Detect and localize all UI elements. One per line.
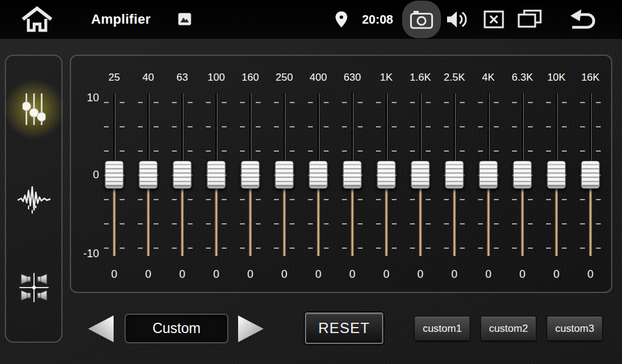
camera-button[interactable]	[402, 1, 441, 38]
slider-thumb[interactable]	[377, 161, 396, 189]
slider-tick	[358, 102, 363, 103]
slider-tick	[596, 126, 601, 127]
slider-tick	[376, 199, 381, 200]
gallery-indicator[interactable]	[178, 13, 191, 25]
slider-tick	[104, 150, 109, 152]
custom1-button[interactable]: custom1	[414, 316, 470, 341]
slider-thumb[interactable]	[581, 161, 600, 189]
slider-thumb[interactable]	[513, 161, 532, 189]
slider-tick	[104, 248, 109, 249]
slider-tick	[426, 126, 431, 127]
slider-tick	[274, 223, 279, 224]
sidebar-item-waveform[interactable]	[6, 180, 61, 219]
slider-tick	[342, 248, 347, 249]
slider-tick	[308, 248, 313, 249]
slider-tick	[392, 126, 397, 127]
slider-tick	[444, 248, 449, 249]
slider-tick	[240, 199, 245, 200]
slider-tick	[410, 150, 415, 152]
slider-tick	[562, 150, 567, 152]
slider-thumb[interactable]	[547, 161, 566, 189]
home-button[interactable]	[22, 6, 52, 33]
slider-thumb[interactable]	[275, 161, 294, 189]
reset-button[interactable]: RESET	[305, 312, 383, 344]
slider-tick	[444, 126, 449, 127]
slider-thumb[interactable]	[445, 161, 464, 189]
slider-tick	[324, 199, 329, 200]
next-preset-button[interactable]	[238, 315, 264, 342]
band-value: 0	[369, 268, 403, 281]
slider-tick	[240, 150, 245, 152]
eq-bands: 250400630100016002500400063001K01.6K02.5…	[97, 56, 607, 292]
slider-thumb[interactable]	[241, 161, 260, 189]
band-value: 0	[267, 268, 301, 281]
slider-tick	[206, 199, 211, 200]
slider-tick	[528, 223, 533, 224]
slider-tick	[562, 199, 567, 200]
preset-selector[interactable]: Custom	[125, 314, 228, 343]
slider-tick	[494, 150, 499, 152]
custom2-button[interactable]: custom2	[480, 316, 536, 341]
slider-tick	[358, 199, 363, 200]
slider-tick	[444, 223, 449, 224]
slider-tick	[342, 126, 347, 127]
close-window-button[interactable]	[484, 10, 504, 29]
slider-tick	[426, 199, 431, 200]
clock: 20:08	[362, 0, 393, 39]
scale-label-max: 10	[75, 92, 99, 104]
eq-band-100: 1000	[199, 56, 233, 292]
slider-thumb[interactable]	[105, 161, 124, 189]
slider-tick	[546, 199, 551, 200]
band-value: 0	[335, 268, 369, 281]
slider-tick	[290, 199, 295, 200]
slider-tick	[528, 248, 533, 249]
custom3-button[interactable]: custom3	[547, 316, 603, 341]
band-slider	[505, 93, 539, 256]
slider-thumb[interactable]	[343, 161, 362, 189]
recent-apps-icon	[518, 9, 542, 29]
slider-tick	[426, 248, 431, 249]
slider-tick	[596, 248, 601, 249]
band-freq-label: 100	[199, 72, 233, 84]
slider-tick	[426, 102, 431, 103]
recent-apps-button[interactable]	[518, 9, 542, 29]
slider-tick	[188, 126, 193, 127]
slider-tick	[240, 102, 245, 103]
slider-tick	[206, 223, 211, 224]
band-freq-label: 630	[335, 72, 369, 84]
slider-tick	[290, 150, 295, 152]
custom3-label: custom3	[555, 323, 594, 335]
slider-tick	[120, 248, 125, 249]
slider-tick	[308, 126, 313, 127]
sidebar-item-balance-fader[interactable]	[6, 267, 61, 308]
balance-fader-icon	[16, 270, 52, 305]
slider-tick	[460, 126, 465, 127]
slider-tick	[410, 102, 415, 103]
slider-tick	[528, 126, 533, 127]
volume-button[interactable]	[446, 9, 469, 30]
slider-thumb[interactable]	[479, 161, 498, 189]
band-freq-label: 4K	[471, 72, 505, 84]
eq-band-1.6K: 1.6K0	[403, 56, 437, 292]
scale-label-zero: 0	[75, 169, 99, 181]
slider-tick	[410, 199, 415, 200]
eq-band-160: 1600	[233, 56, 267, 292]
slider-tick	[358, 223, 363, 224]
band-value: 0	[539, 268, 573, 281]
back-button[interactable]	[567, 7, 599, 31]
slider-tick	[188, 223, 193, 224]
slider-thumb[interactable]	[411, 161, 430, 189]
slider-tick	[580, 102, 585, 103]
previous-preset-button[interactable]	[88, 315, 114, 342]
slider-tick	[120, 223, 125, 224]
slider-tick	[172, 102, 177, 103]
slider-thumb[interactable]	[139, 161, 158, 189]
slider-tick	[138, 248, 143, 249]
band-freq-label: 160	[233, 72, 267, 84]
sidebar-item-equalizer[interactable]	[6, 85, 61, 133]
slider-thumb[interactable]	[173, 161, 192, 189]
band-value: 0	[403, 268, 437, 281]
slider-tick	[188, 102, 193, 103]
slider-thumb[interactable]	[309, 161, 328, 189]
slider-thumb[interactable]	[207, 161, 226, 189]
